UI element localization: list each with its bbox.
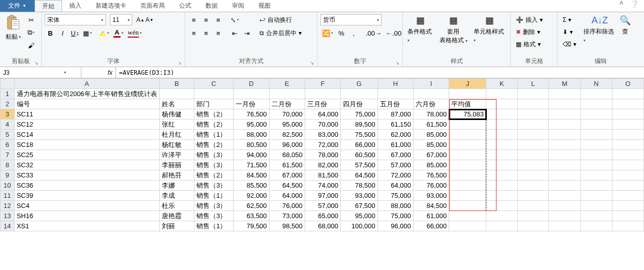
cell-D7[interactable]: 94,000	[233, 150, 269, 160]
cell-J5[interactable]	[449, 130, 486, 140]
cell-K14[interactable]	[486, 221, 518, 231]
cell-C6[interactable]: 销售（2）	[194, 140, 233, 150]
cell-H4[interactable]: 61,150	[377, 119, 413, 130]
cell-O2[interactable]	[612, 99, 643, 109]
cell-N3[interactable]	[580, 109, 612, 119]
col-header-A[interactable]: A	[14, 79, 159, 89]
cell-A1[interactable]: 通力电器有限公司2006年上半年销售业绩统计表	[14, 89, 159, 99]
tab-newtab[interactable]: 新建选项卡	[89, 0, 133, 12]
row-header-9[interactable]: 9	[1, 170, 15, 181]
cell-H5[interactable]: 62,000	[377, 130, 413, 140]
cell-M3[interactable]	[549, 109, 581, 119]
cell-C14[interactable]: 销售（1）	[194, 221, 233, 231]
name-box[interactable]: ▾	[0, 67, 81, 78]
cell-J12[interactable]	[449, 201, 486, 211]
grow-font-button[interactable]: A▲	[136, 14, 144, 25]
cell-O9[interactable]	[612, 170, 643, 181]
cell-C2[interactable]: 部门	[194, 99, 233, 109]
cell-D4[interactable]: 95,000	[233, 119, 269, 130]
cell-M11[interactable]	[549, 191, 581, 201]
cell-O1[interactable]	[612, 89, 643, 99]
cell-J4[interactable]	[449, 119, 486, 130]
tab-pagelayout[interactable]: 页面布局	[133, 0, 172, 12]
cell-L10[interactable]	[517, 181, 548, 191]
cell-O12[interactable]	[612, 201, 643, 211]
font-color-button[interactable]: A▾	[112, 27, 125, 39]
cell-L5[interactable]	[517, 130, 548, 140]
formula-input[interactable]	[116, 68, 644, 78]
phonetic-button[interactable]: wén▾	[126, 27, 143, 39]
cell-B13[interactable]: 唐艳霞	[159, 211, 194, 221]
cell-K3[interactable]	[486, 109, 518, 119]
tab-formulas[interactable]: 公式	[172, 0, 198, 12]
cell-G1[interactable]	[341, 89, 378, 99]
cell-O3[interactable]	[612, 109, 643, 119]
cell-D13[interactable]: 63,500	[233, 211, 269, 221]
sort-filter-button[interactable]: A↓Z 排序和筛选 ▾	[583, 14, 616, 43]
number-format-combo[interactable]: 货币▾	[320, 14, 382, 25]
cell-K11[interactable]	[486, 191, 518, 201]
merge-center-button[interactable]: ⧉合并后居中 ▾	[257, 27, 304, 39]
cell-K13[interactable]	[486, 211, 518, 221]
cell-I9[interactable]: 76,500	[414, 170, 449, 181]
cell-A12[interactable]: SC4	[14, 201, 159, 211]
cell-F14[interactable]: 68,000	[305, 221, 340, 231]
cell-O5[interactable]	[612, 130, 643, 140]
cell-J10[interactable]	[449, 181, 486, 191]
cell-J3[interactable]: 75,083	[449, 109, 486, 119]
cell-C3[interactable]: 销售（2）	[194, 109, 233, 119]
cell-J6[interactable]	[449, 140, 486, 150]
chevron-down-icon[interactable]: ▾	[377, 18, 379, 22]
cell-E9[interactable]: 67,000	[269, 170, 305, 181]
chevron-down-icon[interactable]: ▾	[128, 18, 130, 22]
cell-L11[interactable]	[517, 191, 548, 201]
cell-E1[interactable]	[269, 89, 305, 99]
cell-H1[interactable]	[377, 89, 413, 99]
cell-E7[interactable]: 68,050	[269, 150, 305, 160]
currency-button[interactable]: 🔀▾	[320, 27, 335, 39]
cell-N14[interactable]	[580, 221, 612, 231]
copy-button[interactable]: ⧉▾	[25, 27, 37, 38]
cell-G9[interactable]: 64,500	[341, 170, 378, 181]
cell-N2[interactable]	[580, 99, 612, 109]
cell-B14[interactable]: 刘丽	[159, 221, 194, 231]
cell-N11[interactable]	[580, 191, 612, 201]
cell-J7[interactable]	[449, 150, 486, 160]
cell-F1[interactable]	[305, 89, 340, 99]
worksheet-grid[interactable]: ABCDEFGHIJKLMNO1通力电器有限公司2006年上半年销售业绩统计表2…	[0, 78, 644, 270]
row-header-11[interactable]: 11	[1, 191, 15, 201]
fill-color-button[interactable]: ▾	[98, 27, 111, 39]
col-header-N[interactable]: N	[580, 79, 612, 89]
cell-N6[interactable]	[580, 140, 612, 150]
cell-F6[interactable]: 72,000	[305, 140, 340, 150]
cell-I12[interactable]: 84,500	[414, 201, 449, 211]
cell-D1[interactable]	[233, 89, 269, 99]
dialog-launcher-icon[interactable]: ↘	[395, 60, 399, 66]
cell-D5[interactable]: 88,000	[233, 130, 269, 140]
cell-E12[interactable]: 76,000	[269, 201, 305, 211]
align-left-button[interactable]: ≡	[188, 27, 199, 39]
cell-L12[interactable]	[517, 201, 548, 211]
cell-A10[interactable]: SC36	[14, 181, 159, 191]
cell-F11[interactable]: 97,000	[305, 191, 340, 201]
cell-C5[interactable]: 销售（1）	[194, 130, 233, 140]
bold-button[interactable]: B	[45, 27, 56, 39]
cell-G8[interactable]: 57,500	[341, 160, 378, 170]
clear-button[interactable]: ⌫▾	[561, 39, 578, 50]
cell-D9[interactable]: 84,500	[233, 170, 269, 181]
font-name-combo[interactable]: 宋体▾	[45, 14, 106, 25]
cell-D8[interactable]: 71,500	[233, 160, 269, 170]
row-header-5[interactable]: 5	[1, 130, 15, 140]
cell-A14[interactable]: XS1	[14, 221, 159, 231]
cell-E8[interactable]: 61,500	[269, 160, 305, 170]
cell-O14[interactable]	[612, 221, 643, 231]
collapse-ribbon-icon[interactable]: ᐱ	[618, 0, 625, 12]
cell-H7[interactable]: 67,000	[377, 150, 413, 160]
tab-view[interactable]: 视图	[251, 0, 278, 12]
align-right-button[interactable]: ≡	[213, 27, 224, 39]
cell-A6[interactable]: SC18	[14, 140, 159, 150]
cell-K2[interactable]	[486, 99, 518, 109]
border-button[interactable]: ▦▾	[81, 27, 94, 39]
format-painter-button[interactable]: 🖌	[25, 40, 37, 51]
cell-I7[interactable]: 67,000	[414, 150, 449, 160]
